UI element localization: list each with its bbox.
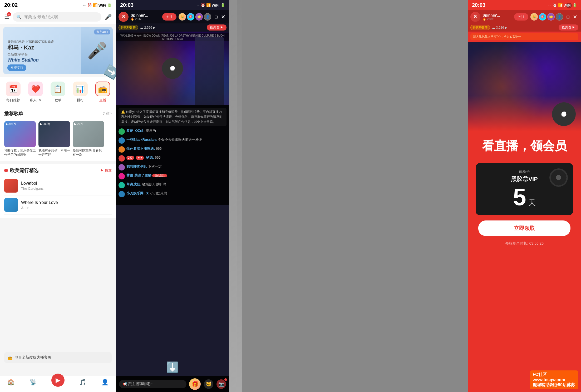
follow-button[interactable]: 我也关注 [152, 174, 167, 177]
p1-recommend-more[interactable]: 更多> [102, 111, 112, 116]
p1-status-icons: ··· ⏰ 📶 WiFi 🔋 [83, 3, 112, 7]
play-center-button[interactable]: ▶ [51, 374, 65, 387]
list-item[interactable]: ▶ 29万 爱情可以重来 青春只有一次 [73, 121, 104, 157]
playlist-thumb-3: ▶ 29万 [73, 121, 104, 147]
playlist-thumb-1: ▶ 394万 [4, 121, 36, 147]
p1-eu-section: 欧美流行精选 ▶ 播放 Lovefool The Cardigans Where… [0, 164, 116, 218]
p1-menu-button[interactable]: ☰ ● [4, 14, 9, 21]
chat-name: 蕾蕾 关注了主播 [126, 173, 151, 177]
chat-content: 下次一定 [148, 164, 162, 168]
p3-countdown: 领取剩余时长: 03:56:26 [468, 241, 581, 246]
p2-time: 20:03 [120, 2, 134, 8]
p3-close-button[interactable]: ✕ [572, 13, 578, 21]
p3-claim-button[interactable]: 立即领取 [478, 220, 570, 236]
p1-banner-btn[interactable]: 立即支持 [7, 64, 26, 71]
p1-icon-playlist-circle: 📋 [51, 82, 65, 96]
nav-radio[interactable]: 📡 [29, 379, 37, 387]
list-item[interactable]: Where Is Your Love J. Lin [4, 195, 112, 215]
chat-text: 单身成仙: 敏感肌可以听吗 [126, 182, 227, 187]
playlist-count-3: ▶ 29万 [74, 122, 83, 126]
p3-follow-button[interactable]: 关注 [514, 13, 528, 21]
nav-music[interactable]: 🎵 [79, 379, 86, 387]
screen-cast-icon[interactable]: ⊡ [214, 14, 218, 19]
p3-gifts-row: 特惠99音符 ☁ 3,526 ▶ 抢先看 ▶ [468, 23, 581, 32]
p3-listeners: ☁ 3,526 ▶ [492, 26, 507, 29]
p1-banner-tag-small: 日美精品电音 INTERSECTION 邀请 [7, 40, 77, 44]
p3-screen-cast-icon[interactable]: ⊡ [566, 14, 570, 19]
p1-icon-daily[interactable]: 📅 每日推荐 [6, 82, 21, 103]
chat-avatar [119, 146, 125, 153]
p1-icon-live-circle: 📻 [95, 82, 110, 96]
p2-follow-button[interactable]: 关注 [162, 13, 176, 21]
list-item[interactable]: ▶ 200万 我能有多悲伤，不堪一击好不好 [38, 121, 70, 157]
p1-time: 20:02 [4, 2, 18, 8]
playlist-count-1: ▶ 394万 [6, 122, 16, 126]
p1-eu-play[interactable]: ▶ 播放 [100, 168, 112, 173]
avatar: 👑 [530, 13, 538, 21]
p2-icon-1[interactable]: 🐱 [204, 379, 213, 389]
chat-name: 我想睡觉-FB: [126, 164, 147, 168]
p2-chat-input[interactable]: 📢 跟主播聊聊吧~ [119, 380, 186, 388]
p2-status-bar: 20:03 ··· ⏰ 📶 WiFi 🔋 [116, 0, 229, 10]
p1-banner-digital-tag: 数字单曲 [94, 29, 110, 34]
p3-host-info: Spinnin'... 🔥 2,093 [482, 13, 512, 21]
chat-content: 小刀娱乐网 [150, 191, 167, 195]
p1-mic-button[interactable]: 🎤 [105, 14, 112, 21]
p2-gift-button[interactable]: 🎁 [189, 378, 201, 390]
p1-search-bar[interactable]: 🔍 陈奕迅 最近很火噢 [13, 12, 101, 22]
chat-text: 一杯BlackRussian: 不会今天歌跟昨天前天一样吧 [126, 137, 227, 142]
p2-gift-badge[interactable]: 特惠99音符 [119, 25, 138, 30]
nav-home[interactable]: 🏠 [7, 379, 14, 387]
p1-banner: 日美精品电音 INTERSECTION 邀请 和马 · Kaz 全新数字平台 W… [3, 27, 113, 74]
p1-icon-fm[interactable]: ❤️ 私人FM [28, 82, 43, 103]
p2-camera-button[interactable]: 📷 [216, 379, 226, 389]
watermark-line1: FC社区 [533, 372, 575, 378]
gap-2 [237, 0, 242, 392]
nav-play-center[interactable]: ▶ [51, 379, 65, 387]
p3-host-name: Spinnin'... [482, 13, 512, 17]
watermark: FC社区 www.tcsqw.com 魔城辅助网@90后苏苏 [530, 370, 578, 389]
list-item[interactable]: ▶ 394万 耳畔疗愈：音乐是你工作学习的减压剂 [4, 121, 36, 157]
p2-close-button[interactable]: ✕ [220, 13, 227, 21]
p1-toast[interactable]: 📻 电台全新改版为播客嗨 [4, 352, 112, 363]
p1-icon-playlist[interactable]: 📋 歌单 [51, 82, 65, 103]
chat-message: 单身成仙: 敏感肌可以听吗 [119, 182, 227, 188]
p1-playlist-grid: ▶ 394万 耳畔疗愈：音乐是你工作学习的减压剂 ▶ 200万 我能有多悲伤，不… [0, 119, 116, 161]
p3-title-area: 看直播，领会员 [468, 131, 581, 158]
chat-name: 一杯BlackRussian: [126, 138, 157, 142]
play-icon: ▶ [56, 376, 60, 384]
p3-gift-badge[interactable]: 特惠99音符 [470, 25, 490, 30]
p3-question-button[interactable]: ? [566, 3, 572, 8]
playlist-thumb-2: ▶ 200万 [38, 121, 70, 147]
p1-eu-header: 欧美流行精选 ▶ 播放 [4, 167, 112, 174]
avatar: 🌟 [195, 13, 203, 21]
p2-live-visual: WAYLZME サカナ ·SLOW DOWN (FEAT. JOSUA DRET… [116, 32, 229, 105]
p1-quick-icons: 📅 每日推荐 ❤️ 私人FM 📋 歌单 📊 排行 📻 直播 ➡️ [0, 77, 116, 107]
nav-profile[interactable]: 👤 [101, 379, 109, 387]
playlist-name-1: 耳畔疗愈：音乐是你工作学习的减压剂 [4, 149, 36, 157]
p2-top-bar: S Spinnin'... 🔥 2,068 关注 👑 🎯 🌟 👤 ⊡ ✕ [116, 10, 229, 23]
p3-vip-days-area: 5 天 [482, 185, 567, 209]
watermark-line3: 魔城辅助网@90后苏苏 [533, 382, 575, 388]
p1-eu-title: 欧美流行精选 [4, 167, 38, 174]
p2-dj-figure [195, 37, 224, 105]
chat-message: 一杯BlackRussian: 不会今天歌跟昨天前天一样吧 [119, 137, 227, 144]
p1-icon-chart[interactable]: 📊 排行 [73, 82, 88, 103]
avatar: 🎯 [187, 13, 194, 21]
chat-text: 小刀娱乐网_D: 小刀娱乐网 [126, 191, 227, 196]
p2-preview-btn[interactable]: 抢先看 ▶ [207, 24, 227, 31]
screenshot-container: 20:02 ··· ⏰ 📶 WiFi 🔋 ☰ ● 🔍 陈奕迅 最近很火噢 🎤 日… [0, 0, 581, 392]
list-item[interactable]: Lovefool The Cardigans [4, 176, 112, 195]
chat-content: 666 [155, 155, 161, 159]
notice-icon: ⚠️ [121, 110, 126, 114]
p2-camera-badge [224, 378, 227, 381]
chat-avatar [119, 155, 125, 162]
chat-text: 290 ●●● 秘源: 666 [126, 155, 227, 160]
playlist-name-2: 我能有多悲伤，不堪一击好不好 [38, 149, 70, 157]
chat-content: 666 [156, 147, 162, 150]
p2-bottom-bar: 📢 跟主播聊聊吧~ 🎁 🐱 📷 [116, 376, 229, 392]
p1-icon-live-label: 直播 [99, 98, 106, 103]
p1-icon-live[interactable]: 📻 直播 ➡️ [95, 82, 110, 103]
p3-preview-btn[interactable]: 抢先看 ▶ [559, 24, 578, 31]
radio-icon: 📡 [29, 379, 37, 386]
